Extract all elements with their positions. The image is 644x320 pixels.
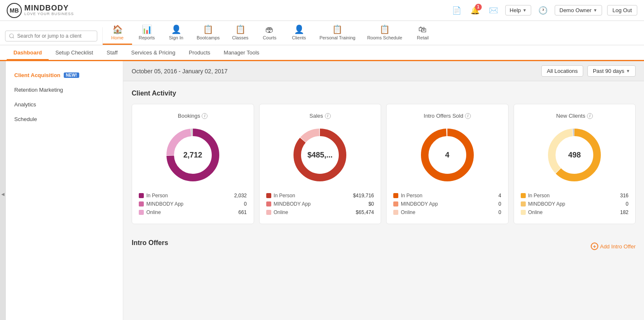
subnav-item-products[interactable]: Products bbox=[182, 46, 217, 60]
search-input[interactable] bbox=[5, 31, 97, 41]
help-label: Help bbox=[510, 7, 521, 13]
owner-label: Demo Owner bbox=[559, 7, 592, 13]
client-activity-section: Client Activity Bookings i 2,712 In Pers… bbox=[123, 81, 644, 232]
sub-nav: DashboardSetup ChecklistStaffServices & … bbox=[0, 45, 644, 61]
sidebar-item-retention-marketing[interactable]: Retention Marketing bbox=[6, 83, 123, 97]
legend-row: Online $65,474 bbox=[266, 209, 374, 215]
nav-item-reports[interactable]: 📊 Reports bbox=[132, 21, 161, 45]
legend-label: Online bbox=[401, 209, 415, 215]
legend-value: $65,474 bbox=[356, 209, 374, 215]
legend-row: In Person $419,716 bbox=[266, 193, 374, 199]
logo: MB MINDBODY LOVE YOUR BUSINESS bbox=[7, 3, 74, 18]
legend-dot bbox=[393, 201, 398, 206]
clock-icon-btn[interactable]: 🕐 bbox=[536, 4, 550, 17]
legend: In Person $419,716 MINDBODY App $0 Onlin… bbox=[266, 193, 374, 215]
email-icon-btn[interactable]: ✉️ bbox=[487, 4, 500, 17]
legend-dot bbox=[139, 210, 144, 215]
legend-left: Online bbox=[393, 209, 415, 215]
legend-left: MINDBODY App bbox=[266, 201, 311, 207]
legend-value: 0 bbox=[499, 209, 501, 215]
date-controls: All Locations Past 90 days ▼ bbox=[541, 65, 636, 77]
sidebar-collapse-btn[interactable]: ◀ bbox=[0, 61, 6, 320]
donut-label: 4 bbox=[445, 151, 449, 160]
subnav-item-services-&-pricing[interactable]: Services & Pricing bbox=[125, 46, 182, 60]
logout-button[interactable]: Log Out bbox=[607, 5, 637, 15]
period-button[interactable]: Past 90 days ▼ bbox=[587, 65, 636, 77]
legend-label: MINDBODY App bbox=[146, 201, 183, 207]
notification-icon-btn[interactable]: 🔔 1 bbox=[468, 4, 482, 17]
retail-nav-label: Retail bbox=[417, 35, 428, 40]
courts-nav-icon: 🏟 bbox=[265, 25, 274, 34]
donut-wrap: 498 bbox=[521, 126, 629, 184]
info-icon[interactable]: i bbox=[465, 113, 471, 119]
main-layout: ◀ Client AcquisitionNEW!Retention Market… bbox=[0, 61, 644, 320]
logo-main-text: MINDBODY bbox=[24, 4, 74, 13]
nav-item-courts[interactable]: 🏟 Courts bbox=[255, 21, 284, 45]
document-icon-btn[interactable]: 📄 bbox=[450, 4, 463, 17]
legend-value: 0 bbox=[244, 201, 247, 207]
legend-label: Online bbox=[146, 209, 161, 215]
sidebar-item-analytics[interactable]: Analytics bbox=[6, 97, 123, 112]
nav-item-personal-training[interactable]: 📋 Personal Training bbox=[314, 21, 361, 45]
card-title: Intro Offers Sold i bbox=[393, 113, 501, 119]
info-icon[interactable]: i bbox=[202, 113, 208, 119]
sidebar-item-schedule[interactable]: Schedule bbox=[6, 112, 123, 126]
nav-item-retail[interactable]: 🛍 Retail bbox=[408, 21, 437, 45]
legend-label: In Person bbox=[528, 193, 550, 199]
signin-nav-icon: 👤 bbox=[171, 24, 182, 34]
legend-left: Online bbox=[521, 209, 543, 215]
nav-item-rooms-schedule[interactable]: 📋 Rooms Schedule bbox=[361, 21, 408, 45]
legend-row: In Person 2,032 bbox=[139, 193, 247, 199]
subnav-item-dashboard[interactable]: Dashboard bbox=[7, 46, 49, 60]
location-button[interactable]: All Locations bbox=[541, 65, 583, 77]
info-icon[interactable]: i bbox=[587, 113, 593, 119]
clients-nav-label: Clients bbox=[292, 35, 306, 40]
card-2: Intro Offers Sold i 4 In Person 4 MIN bbox=[386, 104, 509, 224]
date-bar: October 05, 2016 - January 02, 2017 All … bbox=[123, 61, 644, 81]
legend-row: MINDBODY App 0 bbox=[393, 201, 501, 207]
add-intro-offer-button[interactable]: + Add Intro Offer bbox=[591, 243, 636, 250]
legend-dot bbox=[521, 210, 526, 215]
legend-dot bbox=[266, 193, 271, 198]
legend-row: MINDBODY App 0 bbox=[139, 201, 247, 207]
legend-row: MINDBODY App $0 bbox=[266, 201, 374, 207]
subnav-item-setup-checklist[interactable]: Setup Checklist bbox=[49, 46, 100, 60]
nav-item-classes[interactable]: 📋 Classes bbox=[226, 21, 255, 45]
legend-dot bbox=[521, 193, 526, 198]
signin-nav-label: Sign In bbox=[169, 35, 183, 40]
legend-dot bbox=[393, 210, 398, 215]
add-intro-label: Add Intro Offer bbox=[600, 243, 636, 250]
top-header: MB MINDBODY LOVE YOUR BUSINESS 📄 🔔 1 ✉️ … bbox=[0, 0, 644, 21]
help-button[interactable]: Help ▼ bbox=[505, 5, 532, 15]
donut-label: $485,... bbox=[307, 151, 332, 160]
nav-items: 🏠 Home 📊 Reports 👤 Sign In 📋 Bootcamps 📋… bbox=[103, 21, 437, 45]
nav-item-clients[interactable]: 👤 Clients bbox=[284, 21, 314, 45]
donut-chart: 4 bbox=[418, 126, 477, 184]
legend-row: Online 661 bbox=[139, 209, 247, 215]
cards-row: Bookings i 2,712 In Person 2,032 MIND bbox=[132, 104, 636, 224]
intro-offers-header: Intro Offers + Add Intro Offer bbox=[123, 232, 644, 257]
nav-item-bootcamps[interactable]: 📋 Bootcamps bbox=[191, 21, 226, 45]
retail-nav-icon: 🛍 bbox=[418, 25, 427, 34]
subnav-item-manager-tools[interactable]: Manager Tools bbox=[217, 46, 266, 60]
location-label: All Locations bbox=[547, 68, 578, 74]
intro-offers-title: Intro Offers bbox=[132, 239, 168, 247]
sidebar-item-client-acquisition[interactable]: Client AcquisitionNEW! bbox=[6, 68, 123, 83]
legend-left: In Person bbox=[139, 193, 168, 199]
card-0: Bookings i 2,712 In Person 2,032 MIND bbox=[132, 104, 254, 224]
sidebar-label: Analytics bbox=[14, 101, 36, 108]
sidebar-label: Schedule bbox=[14, 116, 37, 122]
donut-chart: 2,712 bbox=[164, 126, 222, 184]
personal-training-nav-label: Personal Training bbox=[319, 35, 356, 40]
nav-item-home[interactable]: 🏠 Home bbox=[103, 21, 132, 45]
subnav-item-staff[interactable]: Staff bbox=[100, 46, 125, 60]
legend: In Person 2,032 MINDBODY App 0 Online 66… bbox=[139, 193, 247, 215]
legend-label: In Person bbox=[274, 193, 295, 199]
info-icon[interactable]: i bbox=[325, 113, 331, 119]
legend-row: In Person 316 bbox=[521, 193, 629, 199]
owner-button[interactable]: Demo Owner ▼ bbox=[555, 5, 602, 15]
legend-row: Online 182 bbox=[521, 209, 629, 215]
legend-label: In Person bbox=[401, 193, 422, 199]
nav-item-signin[interactable]: 👤 Sign In bbox=[161, 21, 191, 45]
clients-nav-icon: 👤 bbox=[294, 24, 304, 34]
